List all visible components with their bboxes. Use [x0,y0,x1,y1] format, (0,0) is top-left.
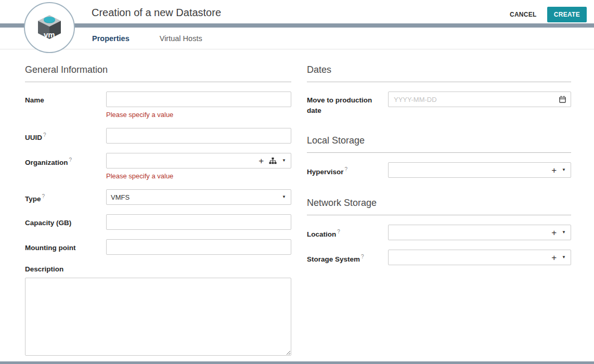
hypervisor-dropdown-toggle[interactable]: ▼ [562,168,566,172]
hypervisor-input[interactable] [393,163,546,177]
tab-properties[interactable]: Properties [92,34,130,43]
type-label: Type? [25,189,106,205]
organization-help-icon: ? [69,157,72,163]
storage-system-input[interactable] [393,250,546,265]
mounting-point-input[interactable] [106,239,291,255]
hypervisor-add-button[interactable]: + [551,166,557,175]
uuid-help-icon: ? [43,132,46,138]
uuid-input[interactable] [106,128,291,144]
field-uuid: UUID? [25,128,291,144]
organization-add-button[interactable]: + [259,157,264,165]
app-logo: vm [24,2,75,53]
tab-virtual-hosts[interactable]: Virtual Hosts [160,34,202,43]
caret-down-icon: ▼ [562,255,566,259]
plus-icon: + [551,253,557,262]
datepicker-button[interactable] [559,96,566,103]
field-mounting-point: Mounting point [25,239,291,255]
location-input-group: + ▼ [388,225,571,240]
move-to-production-date-input[interactable] [393,92,554,107]
storage-system-input-group: + ▼ [388,250,571,265]
section-title-local-storage: Local Storage [307,115,571,153]
type-help-icon: ? [42,193,45,199]
location-dropdown-toggle[interactable]: ▼ [562,230,566,235]
column-left: General Information Name Please specify … [25,50,291,356]
footer-divider-bar [0,361,594,364]
form-content: General Information Name Please specify … [0,50,594,361]
uuid-label: UUID? [25,128,106,144]
section-title-network-storage: Network Storage [307,178,571,215]
organization-validation-error: Please specify a value [106,172,291,180]
column-right: Dates Move to production date [307,50,571,265]
page-title: Creation of a new Datastore [92,7,221,19]
storage-system-add-button[interactable]: + [551,253,557,262]
move-to-production-date-label: Move to production date [307,92,388,115]
organization-dropdown-toggle[interactable]: ▼ [282,159,286,163]
location-add-button[interactable]: + [551,228,557,237]
plus-icon: + [551,228,557,237]
header-divider-bar [0,23,594,28]
section-title-dates: Dates [307,50,571,82]
plus-icon: + [551,166,557,175]
hypervisor-input-group: + ▼ [388,162,571,178]
description-label: Description [25,265,291,273]
location-label: Location? [307,225,388,240]
svg-text:vm: vm [44,30,55,39]
location-input[interactable] [393,225,546,240]
type-select-value: VMFS [111,193,130,201]
organization-tree-browse-button[interactable] [269,158,277,164]
section-title-general-information: General Information [25,50,291,82]
field-capacity: Capacity (GB) [25,214,291,230]
header-actions: CANCEL CREATE [509,7,587,22]
location-help-icon: ? [337,229,340,235]
storage-system-help-icon: ? [361,254,364,259]
field-type: Type? VMFS ▼ [25,189,291,205]
field-hypervisor: Hypervisor? + ▼ [307,162,571,178]
name-input[interactable] [106,92,291,107]
field-move-to-production-date: Move to production date [307,92,571,115]
field-description: Description [25,265,291,356]
capacity-input[interactable] [106,214,291,230]
storage-system-label: Storage System? [307,250,388,265]
organization-input[interactable] [111,153,253,168]
storage-system-dropdown-toggle[interactable]: ▼ [562,255,566,259]
hypervisor-label: Hypervisor? [307,162,388,178]
caret-down-icon: ▼ [282,195,286,199]
organization-input-group: + ▼ [106,153,291,168]
field-name: Name Please specify a value [25,92,291,119]
date-input-group [388,92,571,107]
name-label: Name [25,92,106,119]
calendar-icon [559,96,566,103]
field-location: Location? + ▼ [307,225,571,240]
hypervisor-help-icon: ? [345,166,348,172]
caret-down-icon: ▼ [562,168,566,172]
tab-bar: Properties Virtual Hosts [0,28,594,49]
description-textarea[interactable] [25,278,291,356]
type-select[interactable]: VMFS ▼ [106,189,291,205]
capacity-label: Capacity (GB) [25,214,106,230]
organization-label: Organization? [25,153,106,180]
field-storage-system: Storage System? + ▼ [307,250,571,265]
sitemap-icon [269,158,277,164]
datastore-vm-icon: vm [33,12,66,43]
create-button[interactable]: CREATE [547,7,587,22]
cancel-button[interactable]: CANCEL [509,9,538,20]
plus-icon: + [259,157,264,165]
name-validation-error: Please specify a value [106,111,291,119]
caret-down-icon: ▼ [562,230,566,235]
field-organization: Organization? + [25,153,291,180]
caret-down-icon: ▼ [282,159,286,163]
mounting-point-label: Mounting point [25,239,106,255]
